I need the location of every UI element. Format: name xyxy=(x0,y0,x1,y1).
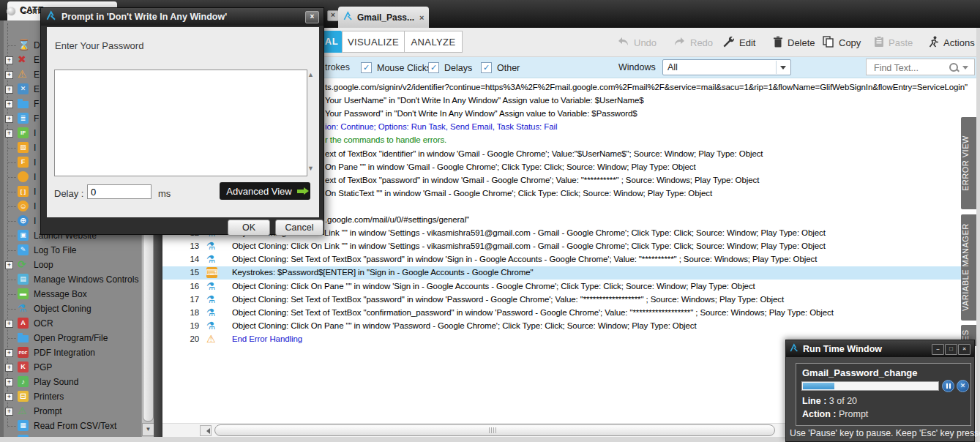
task-row-13[interactable]: 13⚗Object Cloning: Click On Link "" in w… xyxy=(162,240,961,253)
hscroll-left-icon[interactable] xyxy=(200,425,212,436)
task-row-14[interactable]: 14⚗Object Cloning: Set Text of TextBox "… xyxy=(162,253,961,266)
search-options-chevron-icon[interactable] xyxy=(962,66,968,72)
stop-button[interactable]: ✕ xyxy=(957,380,969,392)
side-tab-variable-manager[interactable]: VARIABLE MANAGER xyxy=(961,214,976,321)
maximize-icon[interactable]: □ xyxy=(945,344,957,355)
sidebar-item-object-cloning[interactable]: ⚗Object Cloning xyxy=(4,301,143,316)
expand-plus-icon[interactable]: + xyxy=(5,393,13,401)
hidden-tab-close-icon[interactable]: × xyxy=(327,10,339,21)
close-icon[interactable]: × xyxy=(958,344,970,355)
expand-plus-icon[interactable]: + xyxy=(5,56,13,64)
sidebar-item-label: I xyxy=(34,216,36,226)
tab-visualize[interactable]: VISUALIZE xyxy=(342,31,405,53)
paste-button[interactable]: Paste xyxy=(874,33,913,52)
expand-plus-icon[interactable]: + xyxy=(5,320,13,328)
pause-button[interactable] xyxy=(942,380,954,392)
sidebar-item-read-from-csv-text[interactable]: ▦Read From CSV/Text xyxy=(4,419,143,433)
sidebar-item-pdf-integration[interactable]: +PDFPDF Integration xyxy=(4,345,143,360)
expand-plus-icon[interactable]: + xyxy=(5,378,13,386)
filter-checkbox-other[interactable]: ✓Other xyxy=(481,62,520,73)
sidebar-item-ocr[interactable]: +AOCR xyxy=(4,316,143,331)
filter-checkbox-delays[interactable]: ✓Delays xyxy=(428,62,472,73)
sidebar-item-prompt[interactable]: +⚠Prompt xyxy=(4,404,143,419)
filter-checkbox-mouse-clicks[interactable]: ✓Mouse Clicks xyxy=(361,62,431,73)
redo-button[interactable]: Redo xyxy=(673,33,713,52)
checkbox-icon[interactable]: ✓ xyxy=(361,62,372,73)
icon-wrap: ⊕ xyxy=(18,215,29,226)
sidebar-item-open-program-file[interactable]: Open Program/File xyxy=(4,331,143,345)
running-task-name: Gmail_Password_change xyxy=(802,367,918,378)
delete-button[interactable]: Delete xyxy=(773,33,815,52)
csv-icon: ▦ xyxy=(18,420,29,431)
brackets-icon: [ ] xyxy=(18,186,29,197)
tab-analyze[interactable]: ANALYZE xyxy=(405,31,463,53)
sidebar-item-message-box[interactable]: ▬Message Box xyxy=(4,287,143,301)
pdf-icon: PDF xyxy=(18,347,29,358)
windows-dropdown[interactable]: All xyxy=(662,59,791,75)
cancel-button[interactable]: Cancel xyxy=(275,220,323,236)
task-row-18[interactable]: 18⚗Object Cloning: Set Text of TextBox "… xyxy=(162,307,961,320)
row-icon-wrap: ⚗ xyxy=(206,254,215,265)
sidebar-item-log-to-file[interactable]: ✎Log To File xyxy=(4,243,143,258)
task-row-17[interactable]: 17⚗Object Cloning: Set Text of TextBox "… xyxy=(162,293,961,307)
sidebar-item-play-sound[interactable]: +♪Play Sound xyxy=(4,375,143,389)
category-radio[interactable] xyxy=(7,7,16,16)
sidebar-item-printers[interactable]: +⊟Printers xyxy=(4,389,143,404)
sidebar-item-label: OCR xyxy=(34,318,53,329)
expand-plus-icon[interactable]: + xyxy=(5,408,13,416)
expand-plus-icon[interactable]: + xyxy=(5,261,13,269)
prompt-dialog-titlebar[interactable]: Prompt in 'Don't Write In Any Window' xyxy=(41,8,323,26)
tree-connector xyxy=(8,250,16,251)
advanced-view-button[interactable]: Advanced View xyxy=(220,182,310,200)
task-row-19[interactable]: 19⚗Object Cloning: Click On Pane "" in w… xyxy=(162,320,961,333)
windows-filter-label: Windows xyxy=(618,62,656,72)
ok-button[interactable]: OK xyxy=(228,220,270,236)
close-icon[interactable]: × xyxy=(305,11,319,23)
task-row-16[interactable]: 16⚗Object Cloning: Click On Pane "" in w… xyxy=(162,280,961,293)
expand-plus-icon[interactable]: + xyxy=(5,86,13,94)
expand-plus-icon[interactable]: + xyxy=(5,100,13,108)
sidebar-item-loop[interactable]: +⟳Loop xyxy=(4,258,143,272)
expand-plus-icon[interactable]: + xyxy=(5,115,13,123)
expand-plus-icon[interactable]: + xyxy=(5,71,13,79)
expand-plus-icon[interactable]: + xyxy=(5,130,13,138)
minimize-icon[interactable]: – xyxy=(932,344,944,355)
message-icon: ▬ xyxy=(18,288,29,299)
checkbox-icon[interactable]: ✓ xyxy=(481,62,492,73)
icon-wrap xyxy=(18,98,29,108)
task-command-text: Object Cloning: Set Text of TextBox "pas… xyxy=(232,255,817,263)
task-row-15[interactable]: 15⌨Keystrokes: $Password$[ENTER] in "Sig… xyxy=(162,266,961,280)
scroll-down-icon[interactable]: ▼ xyxy=(307,165,314,172)
sidebar-item-label: Read From CSV/Text xyxy=(34,421,116,431)
scroll-up-icon[interactable]: ▲ xyxy=(307,71,314,78)
actions-button[interactable]: Actions xyxy=(928,33,975,52)
sidebar-scroll-down-icon[interactable]: ▼ xyxy=(142,423,154,436)
tree-connector xyxy=(8,162,16,163)
icon-wrap: F xyxy=(18,157,29,168)
row-icon-wrap: ⚗ xyxy=(206,281,215,292)
sidebar-item-label: I xyxy=(34,187,36,197)
search-icon[interactable] xyxy=(949,63,958,72)
find-text-input[interactable] xyxy=(872,61,952,75)
windows-dropdown-value: All xyxy=(667,62,678,72)
icon-wrap xyxy=(18,171,29,182)
tab-document-gmail-pass[interactable]: Gmail_Pass... × xyxy=(338,7,429,28)
side-tab-error-view[interactable]: ERROR VIEW xyxy=(961,117,976,209)
undo-button[interactable]: Undo xyxy=(617,33,657,52)
edit-button[interactable]: Edit xyxy=(723,33,755,52)
task-command-text: ts.google.com/signin/v2/identifier?conti… xyxy=(325,83,968,91)
sidebar-item-label: PDF Integration xyxy=(34,348,95,358)
copy-button[interactable]: Copy xyxy=(823,33,861,52)
password-entry-textarea[interactable] xyxy=(54,70,307,176)
runtime-help-text: Use 'Pause' key to pause. Keep 'Esc' key… xyxy=(790,428,980,438)
sidebar-item-pgp[interactable]: +KPGP xyxy=(4,360,143,375)
actions-icon xyxy=(928,36,939,50)
delay-label: Delay : xyxy=(54,188,83,199)
sidebar-item-manage-windows-controls[interactable]: ▤Manage Windows Controls xyxy=(4,272,143,287)
document-tab-close-icon[interactable]: × xyxy=(419,13,424,22)
checkbox-icon[interactable]: ✓ xyxy=(428,62,439,73)
expand-plus-icon[interactable]: + xyxy=(5,349,13,357)
expand-plus-icon[interactable]: + xyxy=(5,364,13,372)
delay-input[interactable] xyxy=(87,184,152,199)
sidebar-item-label: Loop xyxy=(34,260,53,270)
